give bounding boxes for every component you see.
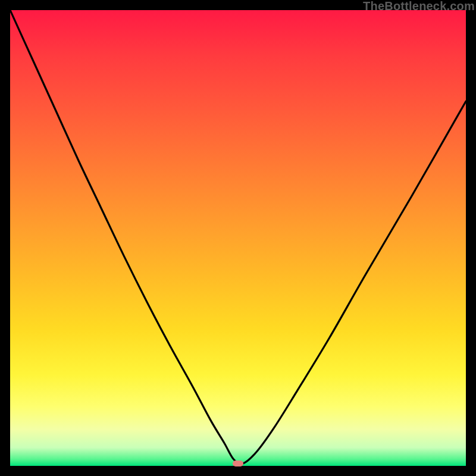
optimum-marker [233, 461, 243, 466]
chart-background-gradient [10, 10, 466, 466]
chart-frame [10, 10, 466, 466]
